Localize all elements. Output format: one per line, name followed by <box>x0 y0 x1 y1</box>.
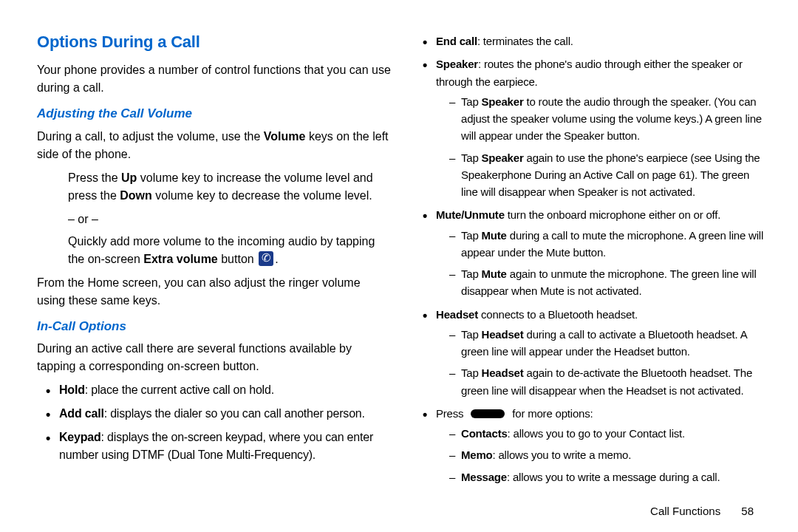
page-footer: Call Functions 58 <box>650 505 754 517</box>
extra-volume-icon <box>259 251 273 266</box>
text: connects to a Bluetooth headset. <box>478 308 638 321</box>
bold-contacts: Contacts <box>461 427 508 440</box>
options-list: End call: terminates the call. Speaker: … <box>414 33 768 485</box>
list-item: Tap Headset again to de-activate the Blu… <box>451 364 768 399</box>
list-item: Headset connects to a Bluetooth headset.… <box>427 306 768 399</box>
text: : place the current active call on hold. <box>85 383 274 396</box>
adjust-paragraph: During a call, to adjust the volume, use… <box>37 128 392 163</box>
list-item: Speaker: routes the phone's audio throug… <box>427 55 768 200</box>
bold-message: Message <box>461 471 507 483</box>
bold-headset: Headset <box>436 308 478 321</box>
text: : displays the dialer so you can call an… <box>104 407 365 420</box>
text: Tap <box>461 151 482 164</box>
incall-list: Hold: place the current active call on h… <box>37 381 392 464</box>
or-separator: – or – <box>37 211 392 228</box>
list-item: Tap Headset during a call to activate a … <box>451 326 768 361</box>
list-item: Tap Mute during a call to mute the micro… <box>451 227 768 262</box>
bold-memo: Memo <box>461 449 493 461</box>
text: : allows you to write a memo. <box>493 449 632 461</box>
subhead-adjust-volume: Adjusting the Call Volume <box>37 104 392 123</box>
text: volume key to decrease the volume level. <box>152 189 372 202</box>
text: Tap <box>461 366 482 379</box>
bold-speaker: Speaker <box>482 95 524 108</box>
bold-hold: Hold <box>59 383 85 396</box>
text: button <box>218 253 257 265</box>
list-item: Mute/Unmute turn the onboard microphone … <box>427 206 768 299</box>
speaker-sublist: Tap Speaker to route the audio through t… <box>436 93 768 201</box>
bold-mute: Mute <box>482 229 507 242</box>
text: : displays the on-screen keypad, where y… <box>59 431 373 461</box>
subhead-incall: In-Call Options <box>37 317 392 336</box>
text: : allows you to write a message during a… <box>507 471 720 483</box>
text: During a call, to adjust the volume, use… <box>37 130 264 143</box>
list-item: Message: allows you to write a message d… <box>451 468 768 485</box>
text: : allows you to go to your Contact list. <box>508 427 685 440</box>
mute-sublist: Tap Mute during a call to mute the micro… <box>436 227 768 300</box>
bold-volume: Volume <box>264 130 306 143</box>
bold-speaker: Speaker <box>436 58 478 70</box>
list-item: Add call: displays the dialer so you can… <box>50 405 392 423</box>
text: Press the <box>68 171 121 184</box>
list-item: Tap Speaker to route the audio through t… <box>451 93 768 145</box>
bold-headset: Headset <box>482 328 524 341</box>
bold-keypad: Keypad <box>59 431 101 443</box>
text: during a call to mute the microphone. A … <box>461 229 763 259</box>
right-column: End call: terminates the call. Speaker: … <box>414 30 768 491</box>
bold-endcall: End call <box>436 35 477 47</box>
text: Press <box>436 407 466 420</box>
incall-paragraph: During an active call there are several … <box>37 340 392 375</box>
more-options-sublist: Contacts: allows you to go to your Conta… <box>436 425 768 485</box>
text: Tap <box>461 267 482 280</box>
list-item: Tap Mute again to unmute the microphone.… <box>451 265 768 300</box>
list-item: Memo: allows you to write a memo. <box>451 446 768 463</box>
text: turn the onboard microphone either on or… <box>505 208 720 221</box>
text: again to use the phone's earpiece (see <box>524 151 715 164</box>
quick-paragraph: Quickly add more volume to the incoming … <box>37 233 392 268</box>
page-number: 58 <box>741 505 754 517</box>
text: . <box>275 253 278 265</box>
press-paragraph: Press the Up volume key to increase the … <box>37 169 392 205</box>
manual-page: Options During a Call Your phone provide… <box>0 0 798 506</box>
text: Tap <box>461 328 482 341</box>
bold-extra-volume: Extra volume <box>143 253 217 265</box>
list-item: Contacts: allows you to go to your Conta… <box>451 425 768 442</box>
headset-sublist: Tap Headset during a call to activate a … <box>436 326 768 399</box>
bold-down: Down <box>120 189 152 202</box>
list-item: Keypad: displays the on-screen keypad, w… <box>50 429 392 464</box>
intro-paragraph: Your phone provides a number of control … <box>37 61 392 97</box>
bold-speaker: Speaker <box>482 151 524 164</box>
text: Tap <box>461 95 482 108</box>
list-item: End call: terminates the call. <box>427 33 768 50</box>
bold-up: Up <box>121 171 137 184</box>
bold-mute: Mute <box>482 267 507 280</box>
home-paragraph: From the Home screen, you can also adjus… <box>37 274 392 310</box>
text: for more options: <box>509 407 593 420</box>
list-item: Tap Speaker again to use the phone's ear… <box>451 149 768 201</box>
list-item: Press for more options: Contacts: allows… <box>427 405 768 485</box>
text: : terminates the call. <box>477 35 573 47</box>
left-column: Options During a Call Your phone provide… <box>37 30 392 491</box>
bold-mute: Mute/Unmute <box>436 208 505 221</box>
bold-headset: Headset <box>482 366 524 379</box>
bold-addcall: Add call <box>59 407 104 420</box>
list-item: Hold: place the current active call on h… <box>50 381 392 399</box>
menu-key-icon <box>471 409 505 418</box>
page-title: Options During a Call <box>37 30 392 54</box>
text: Tap <box>461 229 482 242</box>
footer-section: Call Functions <box>650 505 720 517</box>
text: : routes the phone's audio through eithe… <box>436 58 743 87</box>
